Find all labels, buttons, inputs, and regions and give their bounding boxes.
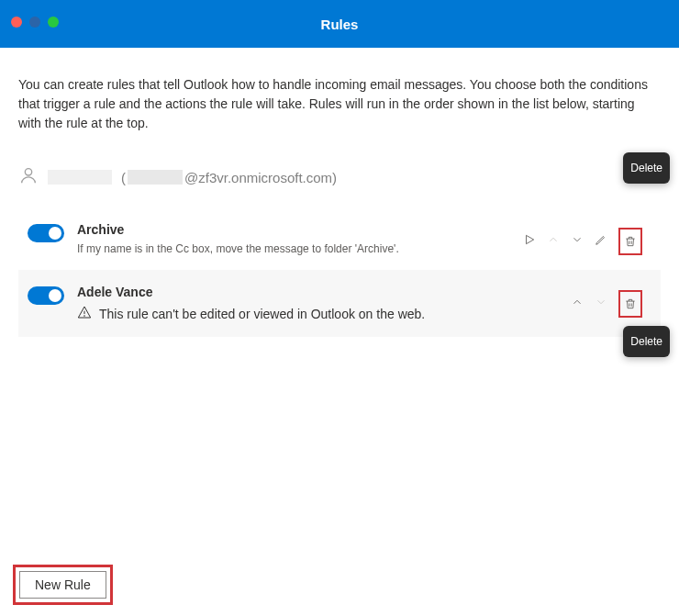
footer: New Rule [0, 554, 679, 616]
rule-actions [571, 290, 651, 318]
traffic-lights [11, 17, 59, 28]
account-name-masked [48, 170, 112, 185]
rule-toggle[interactable] [28, 224, 64, 242]
run-icon[interactable] [523, 233, 536, 250]
chevron-up-icon [547, 233, 560, 250]
minimize-window-button[interactable] [29, 17, 40, 28]
rule-warning: This rule can't be edited or viewed in O… [77, 305, 558, 322]
rule-warning-text: This rule can't be edited or viewed in O… [99, 307, 425, 321]
rule-description: If my name is in the Cc box, move the me… [77, 242, 510, 255]
account-row: (@zf3vr.onmicrosoft.com) [18, 161, 661, 207]
svg-point-5 [84, 316, 85, 317]
rule-toggle[interactable] [28, 286, 64, 305]
person-icon [18, 165, 39, 189]
intro-text: You can create rules that tell Outlook h… [18, 75, 661, 133]
warning-icon [77, 305, 92, 322]
rule-title: Adele Vance [77, 285, 558, 299]
chevron-down-icon[interactable] [571, 233, 584, 250]
delete-highlight [618, 228, 642, 255]
rule-title: Archive [77, 222, 510, 237]
delete-tooltip: Delete [623, 326, 670, 357]
delete-highlight [618, 290, 642, 318]
maximize-window-button[interactable] [48, 17, 59, 28]
rule-row: Archive If my name is in the Cc box, mov… [18, 207, 661, 270]
new-rule-button[interactable]: New Rule [19, 571, 106, 599]
content-area: You can create rules that tell Outlook h… [0, 48, 679, 355]
chevron-down-icon [595, 296, 607, 312]
window-title: Rules [321, 17, 359, 32]
trash-icon[interactable] [624, 235, 637, 252]
chevron-up-icon[interactable] [571, 296, 584, 312]
new-rule-highlight: New Rule [13, 565, 113, 605]
rule-actions [523, 228, 651, 255]
delete-tooltip: Delete [623, 152, 670, 184]
rule-body: Adele Vance This rule can't be edited or… [77, 285, 558, 322]
account-email-masked [128, 170, 183, 185]
rule-row: Adele Vance This rule can't be edited or… [18, 270, 661, 337]
svg-marker-1 [527, 235, 534, 243]
close-window-button[interactable] [11, 17, 22, 28]
rule-body: Archive If my name is in the Cc box, mov… [77, 222, 510, 255]
titlebar: Rules [0, 0, 679, 48]
account-domain: @zf3vr.onmicrosoft.com) [184, 170, 337, 185]
account-email: (@zf3vr.onmicrosoft.com) [121, 170, 337, 185]
pencil-icon[interactable] [595, 233, 607, 250]
svg-point-0 [25, 169, 31, 175]
trash-icon[interactable] [624, 297, 637, 314]
